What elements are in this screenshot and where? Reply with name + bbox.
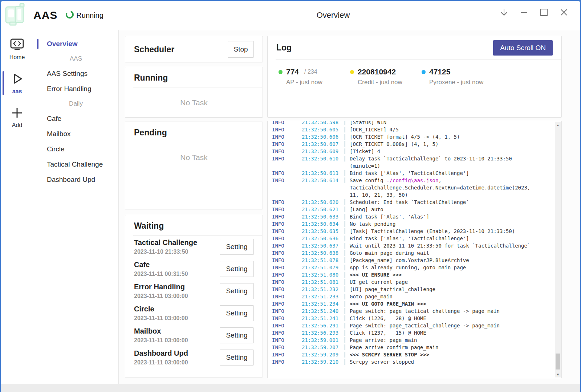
scrollbar-thumb[interactable] <box>556 354 560 369</box>
sidebar-item-mailbox[interactable]: Mailbox <box>33 126 118 142</box>
sidebar-item-overview[interactable]: Overview <box>33 36 118 52</box>
sidebar-item-circle[interactable]: Circle <box>33 142 118 157</box>
log-separator <box>345 272 345 278</box>
log-timestamp: 21:32:50.635 <box>302 228 345 235</box>
rail-item-home[interactable]: Home <box>1 34 33 64</box>
task-next-run: 2023-11-11 00:31:50 <box>134 271 188 277</box>
stat-label: Credit - just now <box>358 79 422 86</box>
log-scrollbar[interactable]: ▲ ▼ <box>555 122 561 377</box>
log-row: INFO 21:32:50.621 [Lang] auto <box>272 206 554 213</box>
log-message: Bind task ['Alas', 'TacticalChallenge'] <box>350 235 469 242</box>
auto-scroll-button[interactable]: Auto Scroll ON <box>493 40 553 56</box>
rail-item-add[interactable]: Add <box>1 102 33 132</box>
sidebar-item-error-handling[interactable]: Error Handling <box>33 81 118 97</box>
log-timestamp: 21:32:50.605 <box>302 126 345 133</box>
stat-dot-icon <box>350 70 354 74</box>
log-separator <box>345 134 345 140</box>
log-separator <box>345 228 345 234</box>
log-timestamp: 21:32:50.621 <box>302 206 345 213</box>
log-level: INFO <box>272 206 302 213</box>
scheduler-title: Scheduler <box>134 45 174 54</box>
log-level: INFO <box>272 235 302 242</box>
log-timestamp: 21:32:51.240 <box>302 307 345 315</box>
log-row: INFO 21:32:50.633 Bind task ['Alas', 'Al… <box>272 213 554 220</box>
minimize-icon[interactable] <box>519 6 529 19</box>
log-row: INFO 21:32:50.637 Wait until 2023-11-10 … <box>272 242 554 249</box>
log-viewer[interactable]: INFO 21:32:50.598 [Status] WIN INFO 21:3… <box>267 121 562 378</box>
task-next-run: 2023-11-11 03:00:00 <box>134 293 188 299</box>
window-controls <box>499 6 569 19</box>
stop-button[interactable]: Stop <box>228 41 254 58</box>
log-message: App is already running, goto main page <box>350 264 466 271</box>
log-message: Bind task ['Alas', 'Alas'] <box>350 213 429 220</box>
maximize-icon[interactable] <box>539 6 549 19</box>
log-timestamp: 21:32:51.078 <box>302 257 345 264</box>
log-message: Delay task `TacticalChallenge` to 2023-1… <box>350 155 540 170</box>
log-row: INFO 21:32:59.207 Page arrive confirm pa… <box>272 344 554 351</box>
log-row: INFO 21:32:56.293 Click (1237, 15) @ HOM… <box>272 329 554 336</box>
log-message: [OCR_TICKET format] 4/5 -> (4, 1, 5) <box>350 133 460 140</box>
log-level: INFO <box>272 322 302 329</box>
log-timestamp: 21:32:50.610 <box>302 155 345 162</box>
log-title: Log <box>276 43 292 53</box>
sidebar-item-aas-settings[interactable]: AAS Settings <box>33 66 118 81</box>
log-separator <box>345 301 345 307</box>
setting-button-tactical-challenge[interactable]: Setting <box>220 239 254 255</box>
arrow-down-icon[interactable] <box>499 6 509 19</box>
bottom-strip <box>1 384 580 392</box>
log-row: INFO 21:32:51.232 [UI] page_tactical_cha… <box>272 286 554 293</box>
pending-card: Pending No Task <box>125 122 263 209</box>
play-icon <box>10 72 24 87</box>
sidebar-item-cafe[interactable]: Cafe <box>33 111 118 126</box>
log-message: [Status] WIN <box>350 121 386 126</box>
log-message: [Package_name] com.YostarJP.BlueArchive <box>350 257 469 264</box>
app-logo <box>4 3 25 27</box>
log-level: INFO <box>272 155 302 162</box>
waiting-card: Waiting Tactical Challenge 2023-11-10 21… <box>125 215 263 377</box>
log-content: INFO 21:32:50.598 [Status] WIN INFO 21:3… <box>272 121 554 366</box>
log-timestamp: 21:32:59.210 <box>302 358 345 366</box>
log-row: INFO 21:32:50.609 [Ticket] 4 <box>272 148 554 155</box>
setting-button-circle[interactable]: Setting <box>220 305 254 321</box>
log-timestamp: 21:32:50.598 <box>302 121 345 126</box>
log-level: INFO <box>272 293 302 300</box>
log-separator <box>345 330 345 336</box>
scroll-down-icon[interactable]: ▼ <box>555 371 561 377</box>
log-level: INFO <box>272 148 302 155</box>
task-next-run: 2023-11-11 03:00:00 <box>134 315 188 322</box>
log-level: INFO <box>272 126 302 133</box>
rail-item-aas[interactable]: aas <box>1 68 33 98</box>
log-separator <box>345 286 345 292</box>
log-message: <<< UI GOTO PAGE_MAIN >>> <box>350 300 426 307</box>
sidebar-item-tactical-challenge[interactable]: Tactical Challenge <box>33 157 118 172</box>
log-level: INFO <box>272 220 302 228</box>
task-name: Tactical Challenge <box>134 238 197 247</box>
setting-button-cafe[interactable]: Setting <box>220 261 254 277</box>
setting-button-dashboard-upd[interactable]: Setting <box>220 350 254 366</box>
log-level: INFO <box>272 358 302 366</box>
stat-value: 47125 <box>429 68 450 76</box>
sidebar-section-divider: Daily <box>33 97 118 111</box>
log-message: [Task] TacticalChallenge (Enable, 2023-1… <box>350 228 515 235</box>
nav-rail: Home aas Add <box>1 30 34 384</box>
log-level: INFO <box>272 140 302 148</box>
log-separator <box>345 127 345 132</box>
log-row: INFO 21:32:51.078 [Package_name] com.Yos… <box>272 257 554 264</box>
stat-suffix: / 234 <box>304 69 317 75</box>
log-separator <box>345 344 345 350</box>
log-level: INFO <box>272 177 302 184</box>
sidebar-item-dashboard-upd[interactable]: Dashboard Upd <box>33 172 118 187</box>
close-icon[interactable] <box>558 6 569 19</box>
setting-button-error-handling[interactable]: Setting <box>220 283 254 299</box>
log-row: INFO 21:32:51.233 Goto page_main <box>272 293 554 300</box>
log-message: [OCR_TICKET 0.008s] (4, 1, 5) <box>350 140 438 148</box>
scroll-up-icon[interactable]: ▲ <box>555 122 561 128</box>
log-level: INFO <box>272 249 302 257</box>
waiting-task-row: Cafe 2023-11-11 00:31:50 Setting <box>125 258 263 280</box>
log-row: INFO 21:32:59.001 Page arrive: page_main <box>272 336 554 344</box>
stat-dot-icon <box>279 70 283 74</box>
log-message: Page arrive: page_main <box>350 336 417 344</box>
log-timestamp: 21:32:50.607 <box>302 140 345 148</box>
setting-button-mailbox[interactable]: Setting <box>220 327 254 343</box>
log-timestamp: 21:32:51.079 <box>302 264 345 271</box>
